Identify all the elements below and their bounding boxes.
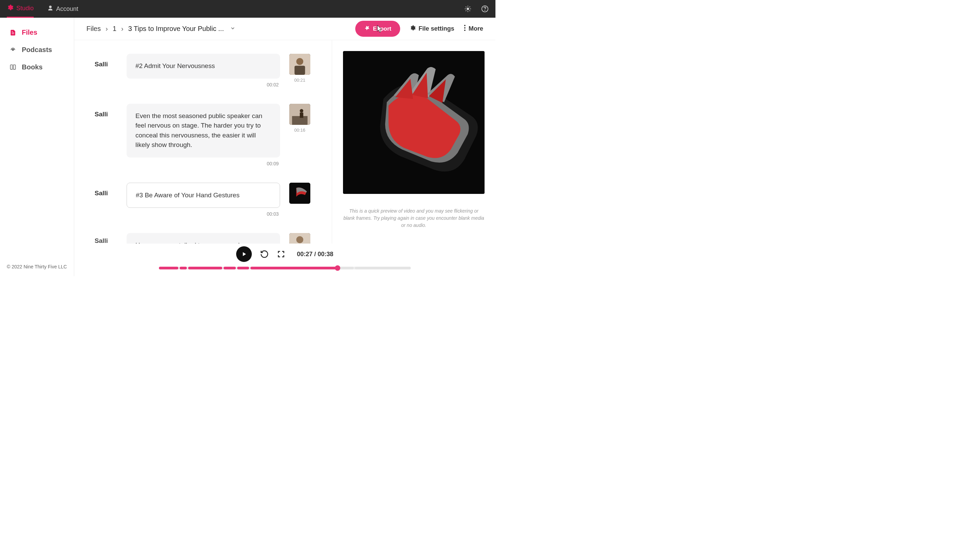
- nav-tab-label: Studio: [16, 5, 34, 12]
- sidebar-item-label: Files: [22, 29, 37, 37]
- chevron-down-icon[interactable]: [230, 25, 235, 33]
- nav-tab-account[interactable]: Account: [47, 0, 78, 18]
- svg-line-6: [469, 11, 470, 11]
- progress-track[interactable]: [159, 267, 411, 269]
- transcript-block: Salli Even the most seasoned public spea…: [95, 104, 311, 166]
- svg-rect-21: [300, 112, 303, 118]
- speaker-label[interactable]: Salli: [95, 104, 118, 166]
- file-icon: [10, 29, 17, 37]
- rocket-icon: [364, 25, 370, 33]
- block-text[interactable]: #3 Be Aware of Your Hand Gestures: [127, 183, 280, 208]
- block-time: 00:09: [127, 161, 280, 166]
- topbar-actions: Export File settings More: [355, 21, 483, 37]
- help-icon[interactable]: [481, 5, 488, 13]
- user-icon: [47, 5, 53, 13]
- transcript-block: Salli #3 Be Aware of Your Hand Gestures …: [95, 183, 311, 217]
- file-settings-label: File settings: [418, 25, 454, 32]
- svg-point-11: [12, 49, 13, 50]
- sidebar-item-podcasts[interactable]: Podcasts: [0, 41, 74, 59]
- gear-icon: [7, 4, 14, 13]
- content-split: Salli #2 Admit Your Nervousness 00:02 00…: [74, 40, 495, 276]
- svg-point-24: [296, 237, 304, 243]
- block-time: 00:02: [127, 82, 280, 87]
- chevron-right-icon: ›: [105, 25, 108, 33]
- play-button[interactable]: [236, 246, 252, 262]
- block-text[interactable]: #2 Admit Your Nervousness: [127, 54, 280, 79]
- preview-column: This is a quick preview of video and you…: [332, 40, 495, 276]
- sidebar-item-books[interactable]: Books: [0, 59, 74, 76]
- sidebar-item-label: Podcasts: [22, 46, 52, 54]
- top-nav: Studio Account: [0, 0, 495, 18]
- svg-point-13: [464, 27, 466, 29]
- svg-point-0: [466, 8, 469, 10]
- svg-point-20: [300, 109, 303, 112]
- progress-thumb[interactable]: [335, 266, 340, 271]
- sidebar-item-files[interactable]: Files: [0, 24, 74, 41]
- nav-tab-label: Account: [56, 5, 78, 13]
- podcast-icon: [10, 46, 17, 54]
- svg-line-7: [466, 11, 466, 11]
- time-current: 00:27: [297, 251, 312, 258]
- sidebar-item-label: Books: [22, 63, 43, 71]
- block-thumbnail[interactable]: [289, 183, 310, 204]
- more-vertical-icon: [464, 25, 466, 33]
- block-text[interactable]: Even the most seasoned public speaker ca…: [127, 104, 280, 157]
- block-thumbnail[interactable]: [289, 54, 310, 75]
- breadcrumb: Files › 1 › 3 Tips to Improve Your Publi…: [86, 25, 235, 33]
- svg-point-16: [296, 58, 304, 65]
- gear-icon: [410, 25, 416, 33]
- editor-column: Salli #2 Admit Your Nervousness 00:02 00…: [74, 40, 332, 276]
- more-label: More: [469, 25, 483, 32]
- export-button[interactable]: Export: [355, 21, 400, 37]
- player-controls: 00:27 / 00:38: [236, 246, 333, 262]
- replay-button[interactable]: [260, 250, 269, 259]
- breadcrumb-root[interactable]: Files: [86, 25, 101, 33]
- speaker-label[interactable]: Salli: [95, 183, 118, 217]
- time-total: 00:38: [318, 251, 334, 258]
- player: 00:27 / 00:38: [74, 243, 495, 276]
- theme-toggle-icon[interactable]: [464, 5, 472, 13]
- block-thumbnail[interactable]: [289, 104, 310, 125]
- export-label: Export: [373, 25, 391, 32]
- block-thumbnail[interactable]: [289, 233, 310, 245]
- main-area: Files › 1 › 3 Tips to Improve Your Publi…: [74, 18, 495, 276]
- svg-line-8: [469, 6, 470, 7]
- transcript-block: Salli #2 Admit Your Nervousness 00:02 00…: [95, 54, 311, 87]
- topbar: Files › 1 › 3 Tips to Improve Your Publi…: [74, 18, 495, 40]
- svg-line-5: [466, 6, 466, 7]
- svg-rect-17: [295, 66, 305, 75]
- file-settings-button[interactable]: File settings: [410, 25, 454, 33]
- preview-note: This is a quick preview of video and you…: [343, 208, 485, 229]
- fullscreen-button[interactable]: [277, 250, 285, 258]
- preview-image[interactable]: [343, 51, 485, 194]
- chevron-right-icon: ›: [121, 25, 124, 33]
- thumb-time: 00:16: [294, 127, 305, 133]
- block-time: 00:03: [127, 211, 280, 217]
- file-title[interactable]: 3 Tips to Improve Your Public ...: [128, 25, 224, 33]
- sidebar: Files Podcasts Books © 2022 Nine Thirty …: [0, 18, 74, 276]
- svg-point-12: [464, 25, 466, 26]
- thumb-time: 00:21: [294, 78, 305, 83]
- more-button[interactable]: More: [464, 25, 483, 33]
- breadcrumb-folder[interactable]: 1: [113, 25, 116, 33]
- book-icon: [10, 64, 17, 71]
- svg-point-14: [464, 30, 466, 31]
- nav-right: [464, 5, 488, 13]
- time-display: 00:27 / 00:38: [297, 251, 333, 258]
- speaker-label[interactable]: Salli: [95, 54, 118, 87]
- nav-tab-studio[interactable]: Studio: [7, 0, 34, 18]
- footer-copyright: © 2022 Nine Thirty Five LLC: [0, 257, 74, 276]
